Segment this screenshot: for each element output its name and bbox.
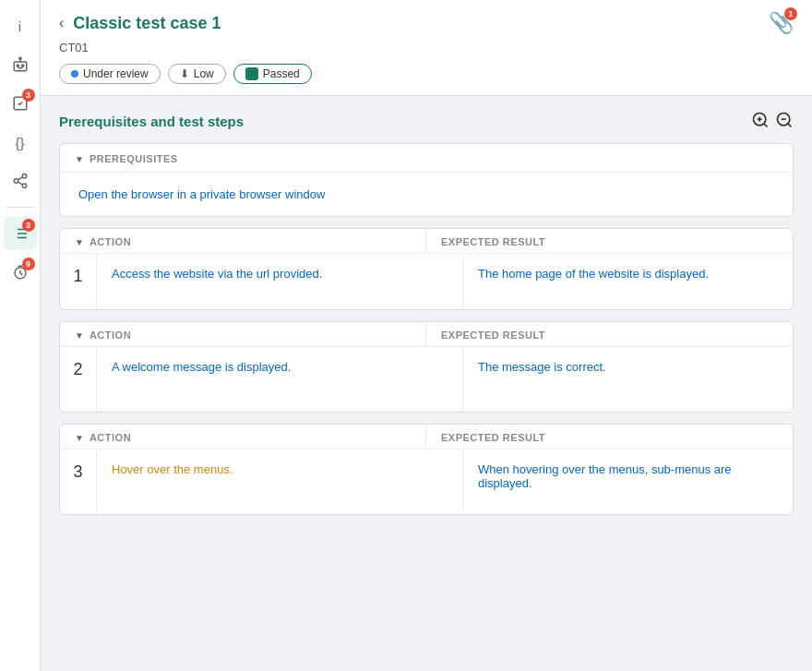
svg-point-7 [22,184,27,188]
tag-passed[interactable]: Passed [233,64,312,84]
prerequisites-header: ▼ PREREQUISITES [60,144,793,173]
prerequisites-label: PREREQUISITES [90,153,178,164]
step-2-expected-header: EXPECTED RESULT [426,322,793,347]
sidebar-divider [6,207,34,208]
step-3-action-header: ▼ ACTION [60,425,426,449]
svg-point-3 [21,65,23,66]
step-2-action-label: ACTION [90,330,131,341]
step-3-number: 3 [60,449,97,514]
zoom-controls [751,111,794,132]
step-2-action-header: ▼ ACTION [60,322,426,347]
step-3-expected-text: When hovering over the menus, sub-menus … [463,449,793,514]
robot-icon[interactable] [4,48,37,81]
low-arrow-icon: ⬇ [180,67,189,80]
tag-under-review-label: Under review [83,67,149,80]
sidebar: i 3 {} 3 9 [0,0,41,671]
svg-point-5 [22,174,27,179]
step-1-expected-label: EXPECTED RESULT [441,236,545,247]
step-2-expected-text: The message is correct. [463,347,793,412]
back-button[interactable]: ‹ [59,15,64,31]
step-2-header-row: ▼ ACTION EXPECTED RESULT [60,322,793,347]
svg-point-6 [14,179,18,184]
step-1-action-text: Access the website via the url provided. [97,254,463,309]
svg-line-20 [788,124,792,127]
step-3-content: 3 Hover over the menus. When hovering ov… [60,449,793,514]
zoom-out-button[interactable] [775,111,794,132]
step-3-expected-label: EXPECTED RESULT [441,432,545,443]
test-id: CT01 [59,41,794,54]
step-1-expected-text: The home page of the website is displaye… [463,254,793,309]
tag-passed-label: Passed [263,67,300,80]
step-2-content: 2 A welcome message is displayed. The me… [60,347,793,412]
prerequisites-card: ▼ PREREQUISITES Open the browser in a pr… [59,143,794,217]
section-header: Prerequisites and test steps [59,111,794,132]
passed-box-icon [245,67,258,80]
list-steps-icon[interactable]: 3 [4,217,37,250]
step-1-action-header: ▼ ACTION [60,229,426,254]
tag-low[interactable]: ⬇ Low [168,64,226,84]
info-icon[interactable]: i [4,9,37,42]
attachment-button[interactable]: 📎 1 [769,11,794,35]
content-area: Prerequisites and test steps ▼ PREREQUIS… [41,96,812,671]
step-1-card: ▼ ACTION EXPECTED RESULT 1 Access the we… [59,228,794,310]
step-1-content: 1 Access the website via the url provide… [60,254,793,309]
step-3-card: ▼ ACTION EXPECTED RESULT 3 Hover over th… [59,424,794,515]
braces-icon[interactable]: {} [4,126,37,159]
step-1-header-row: ▼ ACTION EXPECTED RESULT [60,229,793,254]
step-3-header-row: ▼ ACTION EXPECTED RESULT [60,425,793,449]
tag-row: Under review ⬇ Low Passed [59,64,794,95]
timer-icon[interactable]: 9 [4,256,37,289]
svg-line-16 [764,124,768,127]
attachment-badge: 1 [784,7,797,20]
prerequisites-text: Open the browser in a private browser wi… [60,173,793,216]
svg-rect-0 [14,62,27,71]
step-2-expected-label: EXPECTED RESULT [441,330,545,341]
checklist-icon[interactable]: 3 [4,87,37,120]
zoom-in-button[interactable] [751,111,770,132]
tag-low-label: Low [194,67,214,80]
step-1-number: 1 [60,254,97,309]
svg-point-2 [17,65,18,66]
section-title: Prerequisites and test steps [59,114,244,129]
step-2-number: 2 [60,347,97,412]
step-1-expected-header: EXPECTED RESULT [426,229,793,254]
step-2-card: ▼ ACTION EXPECTED RESULT 2 A welcome mes… [59,321,794,413]
main-content: ‹ Classic test case 1 📎 1 CT01 Under rev… [41,0,812,671]
page-title: Classic test case 1 [73,14,221,33]
step-3-collapse-icon[interactable]: ▼ [75,433,84,443]
under-review-dot [71,70,78,78]
step-3-action-text: Hover over the menus. [97,449,463,514]
share-icon[interactable] [4,164,37,198]
prerequisites-collapse-icon[interactable]: ▼ [75,154,84,164]
step-1-action-label: ACTION [90,236,131,247]
header: ‹ Classic test case 1 📎 1 CT01 Under rev… [41,0,812,96]
step-2-collapse-icon[interactable]: ▼ [75,330,84,341]
step-3-expected-header: EXPECTED RESULT [426,425,793,449]
tag-under-review[interactable]: Under review [59,64,161,84]
step-1-collapse-icon[interactable]: ▼ [75,237,84,247]
step-2-action-text: A welcome message is displayed. [97,347,463,412]
step-3-action-label: ACTION [90,432,131,443]
